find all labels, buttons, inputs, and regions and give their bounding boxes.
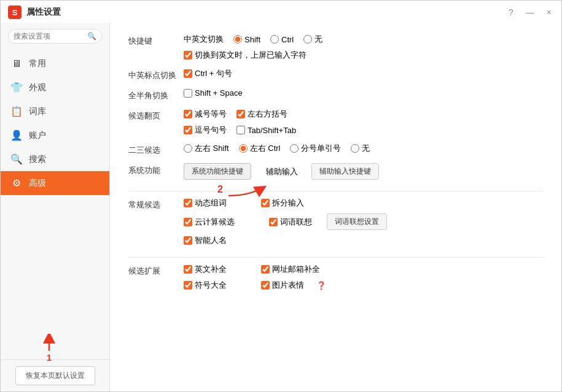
radio-shift-input[interactable] [233, 35, 242, 44]
radio-none-label: 无 [314, 34, 322, 45]
radio-lr-ctrl-label: 左右 Ctrl [250, 143, 281, 154]
emoji-check[interactable]: 图片表情 [261, 280, 304, 291]
page-turn-brackets[interactable]: 左右方括号 [236, 109, 287, 120]
radio-ctrl[interactable]: Ctrl [270, 35, 294, 44]
punct-switch-row: Ctrl + 句号 [184, 68, 543, 79]
radio-none[interactable]: 无 [303, 34, 322, 45]
second-third-row: 左右 Shift 左右 Ctrl 分号单引号 [184, 143, 543, 154]
page-turn-tab-input[interactable] [236, 126, 245, 134]
sidebar-item-label: 词库 [29, 106, 46, 117]
split-input-check[interactable]: 拆分输入 [261, 198, 304, 209]
sidebar-item-account[interactable]: 👤 账户 [1, 123, 109, 147]
dynamic-compose-check[interactable]: 动态组词 [184, 198, 227, 209]
page-turn-comma[interactable]: 逗号句号 [184, 125, 227, 136]
page-turn-brackets-input[interactable] [236, 110, 245, 118]
radio-lr-shift-input[interactable] [184, 144, 192, 153]
word-assoc-input[interactable] [269, 218, 278, 226]
sidebar-item-search[interactable]: 🔍 搜索 [1, 147, 109, 171]
split-input-input[interactable] [261, 199, 270, 207]
url-email-label: 网址邮箱补全 [272, 264, 320, 275]
punct-switch-check[interactable]: Ctrl + 句号 [184, 68, 232, 79]
minimize-button[interactable]: — [523, 6, 537, 18]
sidebar-item-general[interactable]: 🖥 常用 [1, 52, 109, 75]
sidebar-item-appearance[interactable]: 👕 外观 [1, 75, 109, 99]
page-turn-comma-label: 逗号句号 [195, 125, 227, 136]
sys-func-label: 系统功能 [128, 163, 184, 180]
cn-en-switch-label: 快捷键 [128, 34, 184, 61]
aux-shortcuts-button[interactable]: 辅助输入快捷键 [311, 163, 379, 180]
punct-switch-input[interactable] [184, 69, 192, 78]
content-area: 🔍 🖥 常用 👕 外观 📋 词库 👤 账户 [1, 23, 561, 391]
candidates-controls: 动态组词 拆分输入 云计算候选 [184, 198, 543, 246]
close-button[interactable]: × [544, 6, 554, 18]
full-half-check[interactable]: Shift + Space [184, 88, 243, 98]
full-half-row: Shift + Space [184, 88, 543, 98]
full-half-label: 全半角切换 [128, 88, 184, 101]
radio-second-none-label: 无 [362, 143, 370, 154]
candidates-grid: 常规候选 动态组词 拆分输入 [128, 198, 543, 246]
radio-semicolon[interactable]: 分号单引号 [290, 143, 341, 154]
sidebar-item-label: 常用 [29, 58, 46, 69]
radio-lr-ctrl-input[interactable] [239, 144, 248, 153]
radio-second-none[interactable]: 无 [351, 143, 370, 154]
dynamic-compose-input[interactable] [184, 199, 192, 207]
candidate-ext-row2: 符号大全 图片表情 ❓ [184, 280, 543, 291]
url-email-check[interactable]: 网址邮箱补全 [261, 264, 320, 275]
punct-switch-controls: Ctrl + 句号 [184, 68, 543, 81]
symbol-all-input[interactable] [184, 281, 192, 290]
cloud-calc-check[interactable]: 云计算候选 [184, 217, 235, 228]
word-assoc-settings-button[interactable]: 词语联想设置 [327, 213, 387, 230]
page-turn-minus-input[interactable] [184, 110, 192, 118]
nav-list: 🖥 常用 👕 外观 📋 词库 👤 账户 🔍 搜索 [1, 52, 109, 340]
sidebar-item-label: 账户 [29, 130, 46, 141]
page-turn-controls: 减号等号 左右方括号 逗号句号 [184, 109, 543, 136]
radio-none-input[interactable] [303, 35, 312, 44]
en-complete-input[interactable] [184, 265, 192, 274]
radio-lr-ctrl[interactable]: 左右 Ctrl [239, 143, 281, 154]
advanced-icon: ⚙ [10, 177, 23, 189]
radio-lr-shift[interactable]: 左右 Shift [184, 143, 229, 154]
cn-en-hint-input[interactable] [184, 51, 192, 60]
page-turn-tab[interactable]: Tab/Shift+Tab [236, 126, 296, 135]
sys-shortcuts-button[interactable]: 系统功能快捷键 [184, 163, 251, 180]
account-icon: 👤 [10, 129, 23, 141]
page-turn-comma-input[interactable] [184, 126, 192, 134]
radio-semicolon-input[interactable] [290, 144, 299, 153]
smart-name-input[interactable] [184, 236, 192, 245]
radio-shift[interactable]: Shift [233, 35, 260, 44]
restore-defaults-button[interactable]: 恢复本页默认设置 [15, 366, 95, 385]
page-turn-minus[interactable]: 减号等号 [184, 109, 227, 120]
candidates-row3: 智能人名 [184, 235, 543, 246]
main-window: S 属性设置 ? — × 🔍 🖥 常用 👕 外观 [0, 0, 562, 392]
radio-second-none-input[interactable] [351, 144, 359, 153]
emoji-input[interactable] [261, 281, 270, 290]
search-input[interactable] [14, 32, 84, 40]
emoji-help-icon[interactable]: ❓ [316, 281, 326, 290]
app-logo: S [8, 6, 21, 19]
radio-ctrl-input[interactable] [270, 35, 279, 44]
sidebar-footer: 恢复本页默认设置 [1, 359, 109, 391]
word-assoc-check[interactable]: 词语联想 [269, 217, 312, 228]
help-button[interactable]: ? [506, 6, 516, 18]
full-half-input[interactable] [184, 89, 192, 98]
punct-switch-label: 中英标点切换 [128, 68, 184, 81]
page-turn-row1: 减号等号 左右方括号 [184, 109, 543, 120]
annotation-1-area: 1 [1, 340, 109, 359]
smart-name-check[interactable]: 智能人名 [184, 235, 227, 246]
en-complete-check[interactable]: 英文补全 [184, 264, 227, 275]
cn-en-hint-check[interactable]: 切换到英文时，上屏已输入字符 [184, 50, 306, 61]
symbol-all-check[interactable]: 符号大全 [184, 280, 227, 291]
sidebar-item-lexicon[interactable]: 📋 词库 [1, 99, 109, 123]
sidebar-item-advanced[interactable]: ⚙ 高级 [1, 171, 109, 195]
shortcuts-grid: 快捷键 中英文切换 Shift Ctrl [128, 34, 543, 180]
title-bar-left: S 属性设置 [8, 6, 61, 19]
candidates-label: 常规候选 [128, 198, 184, 246]
smart-name-label: 智能人名 [195, 235, 227, 246]
aux-input-label: 辅助输入 [266, 166, 298, 177]
search-box[interactable]: 🔍 [8, 29, 102, 44]
page-turn-row2: 逗号句号 Tab/Shift+Tab [184, 125, 543, 136]
lexicon-icon: 📋 [10, 106, 23, 117]
cloud-calc-input[interactable] [184, 218, 192, 226]
sidebar: 🔍 🖥 常用 👕 外观 📋 词库 👤 账户 [1, 23, 110, 391]
url-email-input[interactable] [261, 265, 270, 274]
